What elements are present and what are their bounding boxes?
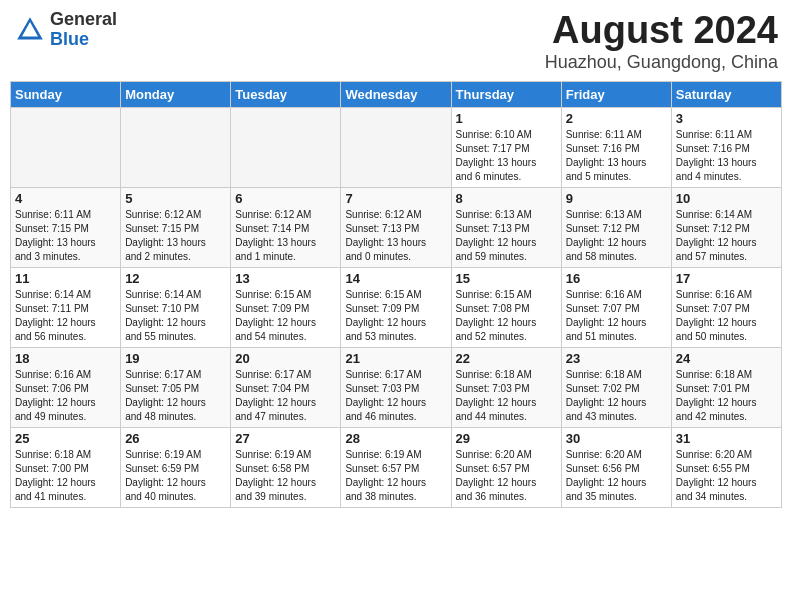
logo-text: General Blue (50, 10, 117, 50)
calendar-day-23: 23Sunrise: 6:18 AMSunset: 7:02 PMDayligh… (561, 347, 671, 427)
day-number: 23 (566, 351, 667, 366)
calendar-day-4: 4Sunrise: 6:11 AMSunset: 7:15 PMDaylight… (11, 187, 121, 267)
day-info: Sunrise: 6:17 AMSunset: 7:05 PMDaylight:… (125, 368, 226, 424)
day-number: 6 (235, 191, 336, 206)
weekday-header-monday: Monday (121, 81, 231, 107)
calendar-day-22: 22Sunrise: 6:18 AMSunset: 7:03 PMDayligh… (451, 347, 561, 427)
day-info: Sunrise: 6:17 AMSunset: 7:04 PMDaylight:… (235, 368, 336, 424)
calendar-day-31: 31Sunrise: 6:20 AMSunset: 6:55 PMDayligh… (671, 427, 781, 507)
calendar-empty-cell (11, 107, 121, 187)
calendar-week-row: 25Sunrise: 6:18 AMSunset: 7:00 PMDayligh… (11, 427, 782, 507)
day-info: Sunrise: 6:15 AMSunset: 7:09 PMDaylight:… (235, 288, 336, 344)
day-info: Sunrise: 6:14 AMSunset: 7:12 PMDaylight:… (676, 208, 777, 264)
day-info: Sunrise: 6:14 AMSunset: 7:10 PMDaylight:… (125, 288, 226, 344)
day-info: Sunrise: 6:18 AMSunset: 7:02 PMDaylight:… (566, 368, 667, 424)
calendar-day-19: 19Sunrise: 6:17 AMSunset: 7:05 PMDayligh… (121, 347, 231, 427)
day-info: Sunrise: 6:12 AMSunset: 7:14 PMDaylight:… (235, 208, 336, 264)
calendar-day-30: 30Sunrise: 6:20 AMSunset: 6:56 PMDayligh… (561, 427, 671, 507)
day-info: Sunrise: 6:20 AMSunset: 6:57 PMDaylight:… (456, 448, 557, 504)
day-number: 5 (125, 191, 226, 206)
calendar-subtitle: Huazhou, Guangdong, China (545, 52, 778, 73)
weekday-header-friday: Friday (561, 81, 671, 107)
day-info: Sunrise: 6:18 AMSunset: 7:01 PMDaylight:… (676, 368, 777, 424)
calendar-week-row: 1Sunrise: 6:10 AMSunset: 7:17 PMDaylight… (11, 107, 782, 187)
day-number: 13 (235, 271, 336, 286)
day-number: 4 (15, 191, 116, 206)
day-info: Sunrise: 6:15 AMSunset: 7:08 PMDaylight:… (456, 288, 557, 344)
calendar-day-21: 21Sunrise: 6:17 AMSunset: 7:03 PMDayligh… (341, 347, 451, 427)
calendar-day-20: 20Sunrise: 6:17 AMSunset: 7:04 PMDayligh… (231, 347, 341, 427)
calendar-week-row: 11Sunrise: 6:14 AMSunset: 7:11 PMDayligh… (11, 267, 782, 347)
day-info: Sunrise: 6:16 AMSunset: 7:07 PMDaylight:… (676, 288, 777, 344)
day-info: Sunrise: 6:19 AMSunset: 6:58 PMDaylight:… (235, 448, 336, 504)
calendar-day-11: 11Sunrise: 6:14 AMSunset: 7:11 PMDayligh… (11, 267, 121, 347)
calendar-day-28: 28Sunrise: 6:19 AMSunset: 6:57 PMDayligh… (341, 427, 451, 507)
calendar-day-3: 3Sunrise: 6:11 AMSunset: 7:16 PMDaylight… (671, 107, 781, 187)
calendar-empty-cell (341, 107, 451, 187)
calendar-week-row: 4Sunrise: 6:11 AMSunset: 7:15 PMDaylight… (11, 187, 782, 267)
day-number: 30 (566, 431, 667, 446)
day-info: Sunrise: 6:19 AMSunset: 6:59 PMDaylight:… (125, 448, 226, 504)
day-number: 20 (235, 351, 336, 366)
day-number: 3 (676, 111, 777, 126)
weekday-header-thursday: Thursday (451, 81, 561, 107)
day-info: Sunrise: 6:13 AMSunset: 7:12 PMDaylight:… (566, 208, 667, 264)
day-info: Sunrise: 6:16 AMSunset: 7:06 PMDaylight:… (15, 368, 116, 424)
day-number: 18 (15, 351, 116, 366)
calendar-day-25: 25Sunrise: 6:18 AMSunset: 7:00 PMDayligh… (11, 427, 121, 507)
calendar-day-8: 8Sunrise: 6:13 AMSunset: 7:13 PMDaylight… (451, 187, 561, 267)
page-header: General Blue August 2024 Huazhou, Guangd… (10, 10, 782, 73)
day-info: Sunrise: 6:14 AMSunset: 7:11 PMDaylight:… (15, 288, 116, 344)
calendar-day-10: 10Sunrise: 6:14 AMSunset: 7:12 PMDayligh… (671, 187, 781, 267)
day-number: 12 (125, 271, 226, 286)
day-info: Sunrise: 6:10 AMSunset: 7:17 PMDaylight:… (456, 128, 557, 184)
day-number: 26 (125, 431, 226, 446)
day-number: 8 (456, 191, 557, 206)
day-number: 1 (456, 111, 557, 126)
calendar-empty-cell (231, 107, 341, 187)
day-info: Sunrise: 6:18 AMSunset: 7:00 PMDaylight:… (15, 448, 116, 504)
calendar-week-row: 18Sunrise: 6:16 AMSunset: 7:06 PMDayligh… (11, 347, 782, 427)
day-number: 28 (345, 431, 446, 446)
calendar-table: SundayMondayTuesdayWednesdayThursdayFrid… (10, 81, 782, 508)
day-info: Sunrise: 6:20 AMSunset: 6:56 PMDaylight:… (566, 448, 667, 504)
calendar-day-5: 5Sunrise: 6:12 AMSunset: 7:15 PMDaylight… (121, 187, 231, 267)
day-number: 15 (456, 271, 557, 286)
day-number: 19 (125, 351, 226, 366)
calendar-title: August 2024 (545, 10, 778, 52)
day-number: 16 (566, 271, 667, 286)
day-number: 24 (676, 351, 777, 366)
calendar-day-24: 24Sunrise: 6:18 AMSunset: 7:01 PMDayligh… (671, 347, 781, 427)
day-number: 17 (676, 271, 777, 286)
weekday-header-tuesday: Tuesday (231, 81, 341, 107)
day-info: Sunrise: 6:12 AMSunset: 7:13 PMDaylight:… (345, 208, 446, 264)
calendar-day-14: 14Sunrise: 6:15 AMSunset: 7:09 PMDayligh… (341, 267, 451, 347)
calendar-day-6: 6Sunrise: 6:12 AMSunset: 7:14 PMDaylight… (231, 187, 341, 267)
calendar-day-29: 29Sunrise: 6:20 AMSunset: 6:57 PMDayligh… (451, 427, 561, 507)
calendar-day-13: 13Sunrise: 6:15 AMSunset: 7:09 PMDayligh… (231, 267, 341, 347)
calendar-day-12: 12Sunrise: 6:14 AMSunset: 7:10 PMDayligh… (121, 267, 231, 347)
day-number: 10 (676, 191, 777, 206)
calendar-day-2: 2Sunrise: 6:11 AMSunset: 7:16 PMDaylight… (561, 107, 671, 187)
logo-icon (14, 14, 46, 46)
day-info: Sunrise: 6:18 AMSunset: 7:03 PMDaylight:… (456, 368, 557, 424)
day-info: Sunrise: 6:11 AMSunset: 7:15 PMDaylight:… (15, 208, 116, 264)
day-number: 27 (235, 431, 336, 446)
title-block: August 2024 Huazhou, Guangdong, China (545, 10, 778, 73)
calendar-day-7: 7Sunrise: 6:12 AMSunset: 7:13 PMDaylight… (341, 187, 451, 267)
calendar-day-9: 9Sunrise: 6:13 AMSunset: 7:12 PMDaylight… (561, 187, 671, 267)
calendar-empty-cell (121, 107, 231, 187)
day-info: Sunrise: 6:11 AMSunset: 7:16 PMDaylight:… (676, 128, 777, 184)
day-number: 31 (676, 431, 777, 446)
day-info: Sunrise: 6:13 AMSunset: 7:13 PMDaylight:… (456, 208, 557, 264)
day-info: Sunrise: 6:11 AMSunset: 7:16 PMDaylight:… (566, 128, 667, 184)
weekday-header-row: SundayMondayTuesdayWednesdayThursdayFrid… (11, 81, 782, 107)
day-number: 22 (456, 351, 557, 366)
day-number: 9 (566, 191, 667, 206)
weekday-header-sunday: Sunday (11, 81, 121, 107)
calendar-day-1: 1Sunrise: 6:10 AMSunset: 7:17 PMDaylight… (451, 107, 561, 187)
calendar-day-27: 27Sunrise: 6:19 AMSunset: 6:58 PMDayligh… (231, 427, 341, 507)
logo: General Blue (14, 10, 117, 50)
calendar-day-26: 26Sunrise: 6:19 AMSunset: 6:59 PMDayligh… (121, 427, 231, 507)
day-number: 11 (15, 271, 116, 286)
